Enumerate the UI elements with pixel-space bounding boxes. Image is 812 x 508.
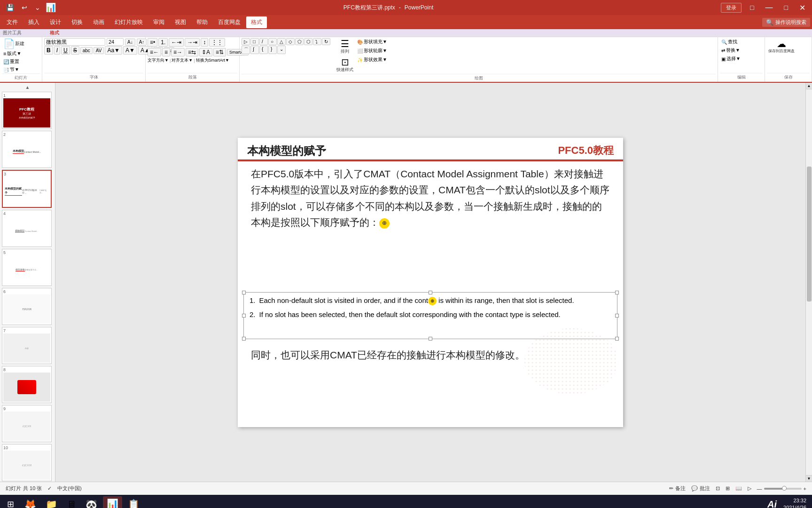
scroll-thumb[interactable] bbox=[807, 167, 812, 302]
shape-3[interactable]: / bbox=[259, 38, 268, 45]
slide-thumb-7[interactable]: 7 内容 bbox=[2, 327, 52, 364]
arrange-btn[interactable]: ☰ 排列 bbox=[335, 38, 355, 56]
bold-btn[interactable]: B bbox=[44, 46, 53, 55]
find-btn[interactable]: 🔍 查找 bbox=[720, 38, 739, 46]
slide-thumb-10[interactable]: 10 幻灯片10 bbox=[2, 444, 52, 481]
slide-body[interactable]: 在PFC5.0版本中，引入了CMAT（Contact Model Assignm… bbox=[251, 166, 610, 231]
menu-baidu[interactable]: 百度网盘 bbox=[213, 16, 245, 28]
handle-bm[interactable] bbox=[429, 337, 432, 341]
handle-ml[interactable] bbox=[242, 314, 246, 318]
shape-7[interactable]: ⬠ bbox=[295, 38, 304, 45]
textbox-selected[interactable]: 1. Each non-default slot is visited in o… bbox=[243, 292, 617, 339]
quick-style-btn[interactable]: ⊡ 快速样式 bbox=[335, 56, 355, 74]
zoom-plus-btn[interactable]: + bbox=[804, 486, 806, 492]
align-right-btn[interactable]: ≡→ bbox=[171, 48, 185, 56]
slide-thumb-4[interactable]: 4 接触模型 Contact Model... bbox=[2, 210, 52, 247]
version-btn[interactable]: ≡ 版式▼ bbox=[2, 50, 39, 57]
shape-10[interactable]: ↻ bbox=[322, 38, 330, 45]
strikethrough-btn[interactable]: S bbox=[71, 46, 79, 55]
line-spacing-btn[interactable]: ↕ bbox=[201, 38, 208, 47]
minimize-btn[interactable]: — bbox=[763, 3, 776, 12]
shape-8[interactable]: ⬡ bbox=[304, 38, 312, 45]
handle-tr[interactable] bbox=[615, 291, 619, 294]
bullet-btn[interactable]: ≡• bbox=[148, 38, 157, 47]
shape-9[interactable]: ⤵ bbox=[313, 38, 321, 45]
handle-bl[interactable] bbox=[242, 337, 246, 341]
increase-indent-btn[interactable]: →⇥ bbox=[185, 38, 200, 47]
slide-thumb-2[interactable]: 2 本构模型 Contact Model... bbox=[2, 131, 52, 168]
slide-sorter-btn[interactable]: ⊞ bbox=[726, 485, 730, 492]
shape-outline-btn[interactable]: ⬜ 形状轮廓▼ bbox=[356, 47, 389, 55]
shape-4[interactable]: ○ bbox=[268, 38, 277, 45]
menu-animation[interactable]: 动画 bbox=[88, 16, 109, 28]
zoom-minus-btn[interactable]: — bbox=[757, 486, 762, 492]
login-button[interactable]: 登录 bbox=[721, 3, 742, 13]
close-btn[interactable]: ✕ bbox=[796, 3, 808, 12]
shape-fill-btn[interactable]: 🎨 形状填充▼ bbox=[356, 38, 389, 46]
menu-transition[interactable]: 切换 bbox=[67, 16, 87, 28]
start-btn[interactable]: ⊞ bbox=[2, 496, 19, 508]
taskbar-powerpoint[interactable]: 📊 bbox=[103, 496, 122, 508]
slide-thumb-3[interactable]: 3 本构模型的赋予 在PFC5.0版本中... CMAT包含... bbox=[2, 170, 52, 208]
notes-btn[interactable]: ✏ 备注 bbox=[669, 485, 686, 492]
zoom-slider[interactable]: — + bbox=[757, 486, 806, 492]
maximize-btn[interactable]: □ bbox=[781, 4, 791, 11]
menu-review[interactable]: 审阅 bbox=[148, 16, 169, 28]
search-btn[interactable]: 🔍 操作说明搜索 bbox=[762, 18, 810, 27]
taskbar-firefox[interactable]: 🦊 bbox=[21, 496, 40, 508]
taskbar-app6[interactable]: 📋 bbox=[124, 496, 143, 508]
scroll-up-arrow[interactable]: ▲ bbox=[806, 83, 812, 89]
presentation-btn[interactable]: ▷ bbox=[748, 485, 751, 492]
justify-btn[interactable]: ≡⇆ bbox=[186, 48, 198, 56]
menu-slideshow[interactable]: 幻灯片放映 bbox=[110, 16, 148, 28]
save-baidu-btn[interactable]: ☁ 保存到百度网盘 bbox=[767, 38, 796, 55]
dropdown-quick-btn[interactable]: ⌄ bbox=[32, 2, 43, 13]
shape-13[interactable]: { bbox=[259, 46, 268, 54]
select-btn[interactable]: ▣ 选择▼ bbox=[720, 55, 742, 63]
handle-tl[interactable] bbox=[242, 291, 246, 294]
slide-thumb-5[interactable]: 5 模型参数 参数设置方法... bbox=[2, 249, 52, 286]
shape-1[interactable]: ▷ bbox=[242, 38, 250, 45]
taskbar-settings[interactable]: 🖥 bbox=[63, 496, 80, 508]
italic-btn[interactable]: I bbox=[54, 46, 60, 55]
menu-view[interactable]: 视图 bbox=[170, 16, 191, 28]
font-color-btn[interactable]: A▼ bbox=[123, 46, 137, 55]
align-center-btn[interactable]: ≡ bbox=[162, 48, 170, 56]
slide-footer[interactable]: 同时，也可以采用CMAT已经存在的接触进行本构模型的修改。 bbox=[251, 347, 610, 364]
scroll-up-btn[interactable]: ▲ bbox=[2, 85, 53, 90]
ribbon-toggle-btn[interactable]: □ bbox=[747, 4, 757, 11]
text-direction-btn[interactable]: ⇕A bbox=[199, 48, 212, 56]
underline-btn[interactable]: U bbox=[61, 46, 70, 55]
spacing-btn[interactable]: AV bbox=[94, 47, 104, 54]
shape-12[interactable]: ∫ bbox=[250, 46, 259, 54]
reading-view-btn[interactable]: 📖 bbox=[735, 485, 742, 492]
case-btn[interactable]: Aa▼ bbox=[105, 46, 122, 55]
font-size-down-btn[interactable]: A↓ bbox=[125, 39, 135, 46]
save-quick-btn[interactable]: 💾 bbox=[4, 2, 16, 13]
menu-file[interactable]: 文件 bbox=[2, 16, 23, 28]
align-text-btn[interactable]: ≡⇅ bbox=[213, 48, 226, 56]
shape-2[interactable]: □ bbox=[250, 38, 259, 45]
shadow-btn[interactable]: abc bbox=[80, 47, 93, 54]
undo-quick-btn[interactable]: ↩ bbox=[19, 2, 30, 13]
decrease-indent-btn[interactable]: ←⇥ bbox=[169, 38, 184, 47]
font-name-input[interactable] bbox=[44, 38, 105, 46]
taskbar-files[interactable]: 📁 bbox=[42, 496, 61, 508]
new-slide-btn[interactable]: 📄 新建 bbox=[2, 38, 39, 49]
shape-14[interactable]: } bbox=[268, 46, 277, 54]
taskbar-app4[interactable]: 🐼 bbox=[82, 496, 101, 508]
normal-view-btn[interactable]: ⊡ bbox=[716, 485, 720, 492]
reset-btn[interactable]: 🔄 重置 bbox=[2, 58, 39, 65]
shape-5[interactable]: △ bbox=[277, 38, 286, 45]
section-btn[interactable]: 📑 节▼ bbox=[2, 66, 39, 73]
align-left-btn[interactable]: ≡← bbox=[148, 48, 161, 56]
v-scrollbar[interactable]: ▲ ▼ bbox=[805, 83, 812, 482]
shape-effect-btn[interactable]: ✨ 形状效果▼ bbox=[356, 56, 389, 64]
menu-format[interactable]: 格式 bbox=[246, 16, 267, 28]
shape-more[interactable]: ⌄ bbox=[277, 46, 286, 54]
spelling-btn[interactable]: ✓ bbox=[47, 485, 52, 492]
slide-thumb-6[interactable]: 6 代码示例 bbox=[2, 288, 52, 325]
slide-thumb-9[interactable]: 9 幻灯片9 bbox=[2, 405, 52, 442]
slide-thumb-8[interactable]: 8 bbox=[2, 366, 52, 403]
language-item[interactable]: 中文(中国) bbox=[57, 485, 81, 492]
